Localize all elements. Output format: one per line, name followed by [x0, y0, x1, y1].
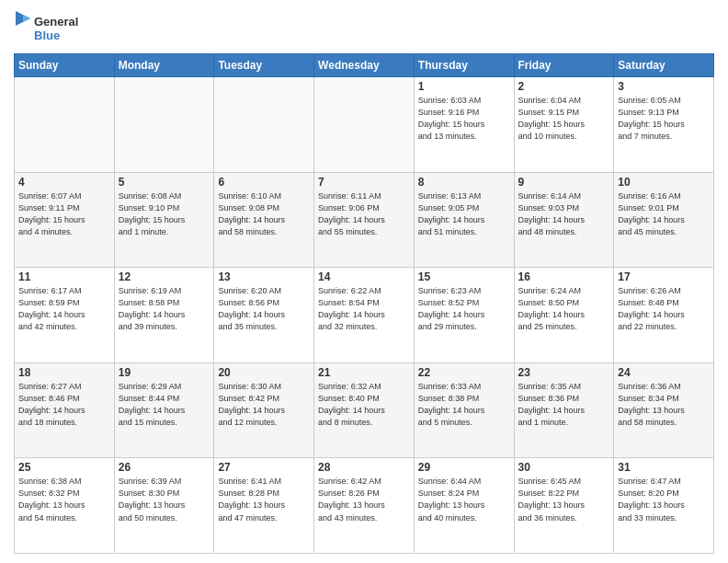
day-info: Sunrise: 6:10 AM Sunset: 9:08 PM Dayligh… [218, 190, 310, 238]
day-number: 28 [318, 461, 410, 474]
logo-svg: General Blue [14, 9, 87, 46]
calendar-table: SundayMondayTuesdayWednesdayThursdayFrid… [14, 53, 714, 554]
day-info: Sunrise: 6:35 AM Sunset: 8:36 PM Dayligh… [518, 381, 610, 429]
day-number: 18 [18, 366, 110, 379]
day-number: 2 [518, 80, 610, 93]
day-number: 31 [618, 461, 710, 474]
logo: General Blue [14, 9, 87, 46]
day-info: Sunrise: 6:13 AM Sunset: 9:05 PM Dayligh… [418, 190, 510, 238]
day-info: Sunrise: 6:17 AM Sunset: 8:59 PM Dayligh… [18, 285, 110, 333]
day-of-week-header: Sunday [15, 54, 115, 77]
day-info: Sunrise: 6:14 AM Sunset: 9:03 PM Dayligh… [518, 190, 610, 238]
day-number: 16 [518, 270, 610, 283]
calendar-week-row: 4Sunrise: 6:07 AM Sunset: 9:11 PM Daylig… [15, 172, 714, 268]
day-info: Sunrise: 6:45 AM Sunset: 8:22 PM Dayligh… [518, 476, 610, 523]
day-info: Sunrise: 6:36 AM Sunset: 8:34 PM Dayligh… [618, 381, 710, 429]
day-number: 10 [618, 176, 710, 189]
day-info: Sunrise: 6:39 AM Sunset: 8:30 PM Dayligh… [119, 476, 210, 523]
calendar-day-cell: 30Sunrise: 6:45 AM Sunset: 8:22 PM Dayli… [514, 458, 614, 554]
day-of-week-header: Saturday [614, 54, 714, 77]
day-info: Sunrise: 6:42 AM Sunset: 8:26 PM Dayligh… [318, 476, 410, 523]
calendar-day-cell: 26Sunrise: 6:39 AM Sunset: 8:30 PM Dayli… [114, 458, 214, 554]
day-info: Sunrise: 6:30 AM Sunset: 8:42 PM Dayligh… [218, 381, 310, 429]
calendar-day-cell: 20Sunrise: 6:30 AM Sunset: 8:42 PM Dayli… [214, 362, 314, 458]
calendar-header-row: SundayMondayTuesdayWednesdayThursdayFrid… [15, 54, 714, 77]
svg-text:General: General [34, 15, 78, 29]
calendar-day-cell: 14Sunrise: 6:22 AM Sunset: 8:54 PM Dayli… [314, 268, 415, 363]
day-info: Sunrise: 6:16 AM Sunset: 9:01 PM Dayligh… [618, 190, 710, 238]
calendar-day-cell: 31Sunrise: 6:47 AM Sunset: 8:20 PM Dayli… [614, 458, 714, 554]
day-info: Sunrise: 6:26 AM Sunset: 8:48 PM Dayligh… [618, 285, 710, 333]
calendar-day-cell: 29Sunrise: 6:44 AM Sunset: 8:24 PM Dayli… [414, 458, 514, 554]
calendar-day-cell: 19Sunrise: 6:29 AM Sunset: 8:44 PM Dayli… [114, 362, 214, 458]
calendar-day-cell: 15Sunrise: 6:23 AM Sunset: 8:52 PM Dayli… [414, 268, 514, 363]
day-of-week-header: Tuesday [214, 54, 314, 77]
day-number: 13 [218, 270, 310, 283]
day-number: 30 [518, 461, 610, 474]
day-info: Sunrise: 6:41 AM Sunset: 8:28 PM Dayligh… [218, 476, 310, 523]
calendar-day-cell: 9Sunrise: 6:14 AM Sunset: 9:03 PM Daylig… [514, 172, 614, 268]
calendar-day-cell: 7Sunrise: 6:11 AM Sunset: 9:06 PM Daylig… [314, 172, 415, 268]
svg-text:Blue: Blue [34, 29, 60, 42]
day-of-week-header: Thursday [414, 54, 514, 77]
day-number: 20 [218, 366, 310, 379]
day-of-week-header: Monday [114, 54, 214, 77]
day-number: 5 [119, 176, 210, 189]
calendar-day-cell: 1Sunrise: 6:03 AM Sunset: 9:16 PM Daylig… [414, 77, 514, 173]
calendar-day-cell: 4Sunrise: 6:07 AM Sunset: 9:11 PM Daylig… [15, 172, 115, 268]
calendar-day-cell: 28Sunrise: 6:42 AM Sunset: 8:26 PM Dayli… [314, 458, 415, 554]
page: General Blue SundayMondayTuesdayWednesda… [0, 0, 728, 563]
calendar-day-cell: 17Sunrise: 6:26 AM Sunset: 8:48 PM Dayli… [614, 268, 714, 363]
day-number: 22 [418, 366, 510, 379]
day-info: Sunrise: 6:07 AM Sunset: 9:11 PM Dayligh… [18, 190, 110, 238]
calendar-day-cell: 21Sunrise: 6:32 AM Sunset: 8:40 PM Dayli… [314, 362, 415, 458]
calendar-day-cell: 3Sunrise: 6:05 AM Sunset: 9:13 PM Daylig… [614, 77, 714, 173]
calendar-day-cell: 5Sunrise: 6:08 AM Sunset: 9:10 PM Daylig… [114, 172, 214, 268]
day-number: 14 [318, 270, 410, 283]
calendar-week-row: 25Sunrise: 6:38 AM Sunset: 8:32 PM Dayli… [15, 458, 714, 554]
day-of-week-header: Wednesday [314, 54, 415, 77]
calendar-day-cell: 13Sunrise: 6:20 AM Sunset: 8:56 PM Dayli… [214, 268, 314, 363]
day-number: 15 [418, 270, 510, 283]
day-info: Sunrise: 6:20 AM Sunset: 8:56 PM Dayligh… [218, 285, 310, 333]
day-number: 19 [119, 366, 210, 379]
day-info: Sunrise: 6:22 AM Sunset: 8:54 PM Dayligh… [318, 285, 410, 333]
day-info: Sunrise: 6:08 AM Sunset: 9:10 PM Dayligh… [119, 190, 210, 238]
day-info: Sunrise: 6:04 AM Sunset: 9:15 PM Dayligh… [518, 95, 610, 143]
calendar-day-cell: 22Sunrise: 6:33 AM Sunset: 8:38 PM Dayli… [414, 362, 514, 458]
day-info: Sunrise: 6:24 AM Sunset: 8:50 PM Dayligh… [518, 285, 610, 333]
day-number: 4 [18, 176, 110, 189]
calendar-week-row: 18Sunrise: 6:27 AM Sunset: 8:46 PM Dayli… [15, 362, 714, 458]
day-number: 21 [318, 366, 410, 379]
day-info: Sunrise: 6:19 AM Sunset: 8:58 PM Dayligh… [119, 285, 210, 333]
day-info: Sunrise: 6:38 AM Sunset: 8:32 PM Dayligh… [18, 476, 110, 523]
header: General Blue [14, 9, 714, 46]
calendar-day-cell: 25Sunrise: 6:38 AM Sunset: 8:32 PM Dayli… [15, 458, 115, 554]
calendar-day-cell [214, 77, 314, 173]
calendar-day-cell: 6Sunrise: 6:10 AM Sunset: 9:08 PM Daylig… [214, 172, 314, 268]
calendar-day-cell: 18Sunrise: 6:27 AM Sunset: 8:46 PM Dayli… [15, 362, 115, 458]
day-number: 24 [618, 366, 710, 379]
calendar-day-cell: 16Sunrise: 6:24 AM Sunset: 8:50 PM Dayli… [514, 268, 614, 363]
day-number: 7 [318, 176, 410, 189]
day-info: Sunrise: 6:03 AM Sunset: 9:16 PM Dayligh… [418, 95, 510, 143]
calendar-day-cell [314, 77, 415, 173]
calendar-week-row: 11Sunrise: 6:17 AM Sunset: 8:59 PM Dayli… [15, 268, 714, 363]
day-number: 26 [119, 461, 210, 474]
calendar-day-cell: 8Sunrise: 6:13 AM Sunset: 9:05 PM Daylig… [414, 172, 514, 268]
calendar-day-cell: 11Sunrise: 6:17 AM Sunset: 8:59 PM Dayli… [15, 268, 115, 363]
day-number: 17 [618, 270, 710, 283]
day-info: Sunrise: 6:05 AM Sunset: 9:13 PM Dayligh… [618, 95, 710, 143]
calendar-week-row: 1Sunrise: 6:03 AM Sunset: 9:16 PM Daylig… [15, 77, 714, 173]
day-info: Sunrise: 6:29 AM Sunset: 8:44 PM Dayligh… [119, 381, 210, 429]
day-info: Sunrise: 6:47 AM Sunset: 8:20 PM Dayligh… [618, 476, 710, 523]
day-number: 12 [119, 270, 210, 283]
day-info: Sunrise: 6:44 AM Sunset: 8:24 PM Dayligh… [418, 476, 510, 523]
day-info: Sunrise: 6:33 AM Sunset: 8:38 PM Dayligh… [418, 381, 510, 429]
calendar-day-cell: 2Sunrise: 6:04 AM Sunset: 9:15 PM Daylig… [514, 77, 614, 173]
calendar-day-cell: 23Sunrise: 6:35 AM Sunset: 8:36 PM Dayli… [514, 362, 614, 458]
day-number: 9 [518, 176, 610, 189]
calendar-day-cell: 12Sunrise: 6:19 AM Sunset: 8:58 PM Dayli… [114, 268, 214, 363]
svg-marker-3 [23, 15, 30, 22]
day-number: 6 [218, 176, 310, 189]
